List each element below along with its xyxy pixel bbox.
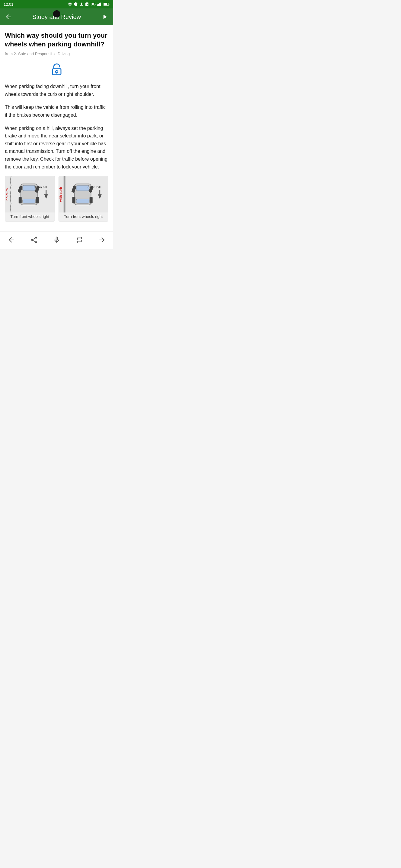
- sim-icon: [85, 2, 89, 6]
- diagram-with-curb-caption: Turn front wheels right: [63, 213, 104, 221]
- explanation-paragraph-2: This will keep the vehicle from rolling …: [5, 103, 108, 119]
- network-label: 3G: [91, 2, 96, 6]
- svg-rect-17: [19, 197, 22, 204]
- svg-rect-14: [23, 199, 36, 204]
- signal-icon: [97, 2, 102, 6]
- back-button[interactable]: [2, 11, 15, 23]
- svg-rect-26: [76, 185, 89, 191]
- svg-rect-9: [56, 72, 57, 73]
- diagram-no-curb-caption: Turn front wheels right: [9, 213, 50, 221]
- camera-notch: [53, 10, 60, 18]
- svg-rect-7: [53, 69, 61, 75]
- svg-rect-1: [98, 4, 99, 6]
- svg-rect-0: [97, 4, 98, 6]
- svg-text:down hill: down hill: [87, 185, 101, 189]
- battery-icon: [104, 2, 110, 6]
- diagram-with-curb-drawing: with curb down: [59, 176, 108, 213]
- svg-rect-3: [100, 3, 101, 6]
- svg-rect-30: [72, 197, 75, 204]
- download-icon: [79, 2, 84, 6]
- nav-forward-button[interactable]: [94, 232, 110, 247]
- question-source: from 2. Safe and Responsible Driving: [5, 52, 108, 56]
- svg-rect-6: [109, 4, 109, 5]
- settings-icon: [68, 2, 72, 6]
- repeat-button[interactable]: [72, 232, 87, 247]
- explanation-paragraph-3: When parking on a hill, always set the p…: [5, 124, 108, 171]
- microphone-button[interactable]: [49, 232, 64, 247]
- svg-rect-13: [23, 185, 36, 191]
- lock-icon-container: [5, 62, 108, 76]
- status-bar: 12:01 3G: [0, 0, 113, 8]
- diagram-no-curb: no curb down h: [5, 176, 55, 221]
- next-button-header[interactable]: [99, 11, 111, 23]
- svg-rect-5: [104, 3, 107, 5]
- diagram-no-curb-drawing: no curb down h: [5, 176, 55, 213]
- nav-back-button[interactable]: [4, 232, 19, 247]
- svg-rect-31: [89, 197, 92, 204]
- status-time: 12:01: [4, 2, 13, 7]
- svg-text:with curb: with curb: [59, 187, 62, 202]
- top-bar: Study and Review: [0, 8, 113, 25]
- explanation-paragraph-1: When parking facing downhill, turn your …: [5, 83, 108, 98]
- diagram-with-curb: with curb down: [59, 176, 109, 221]
- diagrams-container: no curb down h: [5, 176, 108, 221]
- unlock-icon: [50, 62, 64, 76]
- shield-icon: [74, 2, 78, 6]
- time-display: 12:01: [4, 2, 13, 7]
- svg-rect-18: [36, 197, 39, 204]
- bottom-nav: [0, 231, 113, 249]
- content-area: Which way should you turn your wheels wh…: [0, 25, 113, 231]
- share-button[interactable]: [27, 232, 41, 247]
- svg-rect-2: [99, 3, 100, 6]
- svg-text:down hill: down hill: [34, 185, 47, 189]
- question-title: Which way should you turn your wheels wh…: [5, 31, 108, 49]
- svg-rect-23: [63, 176, 65, 213]
- status-icons: 3G: [68, 2, 110, 6]
- svg-text:no curb: no curb: [5, 188, 9, 201]
- svg-rect-27: [76, 199, 89, 204]
